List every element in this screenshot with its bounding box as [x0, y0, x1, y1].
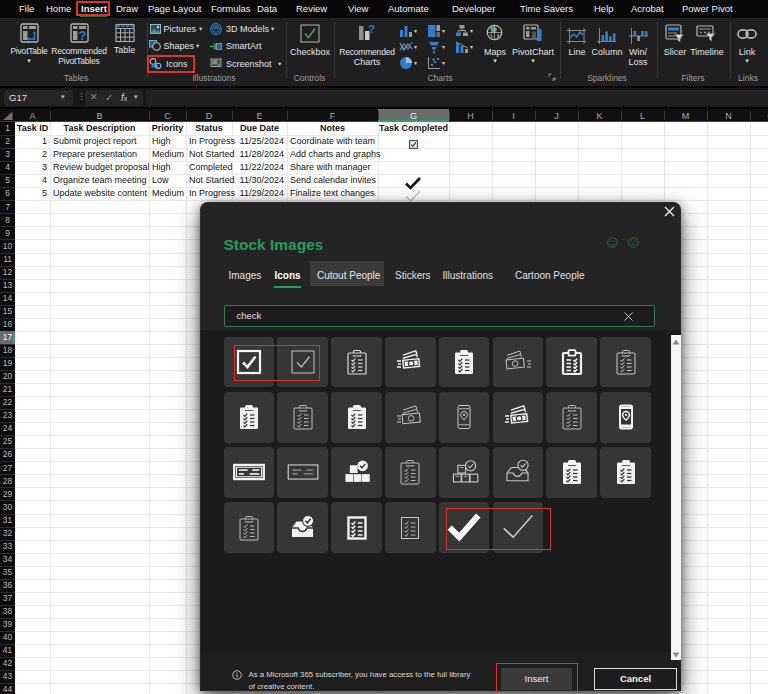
svg-text:?: ? — [79, 28, 87, 43]
svg-text:?: ? — [368, 24, 375, 35]
